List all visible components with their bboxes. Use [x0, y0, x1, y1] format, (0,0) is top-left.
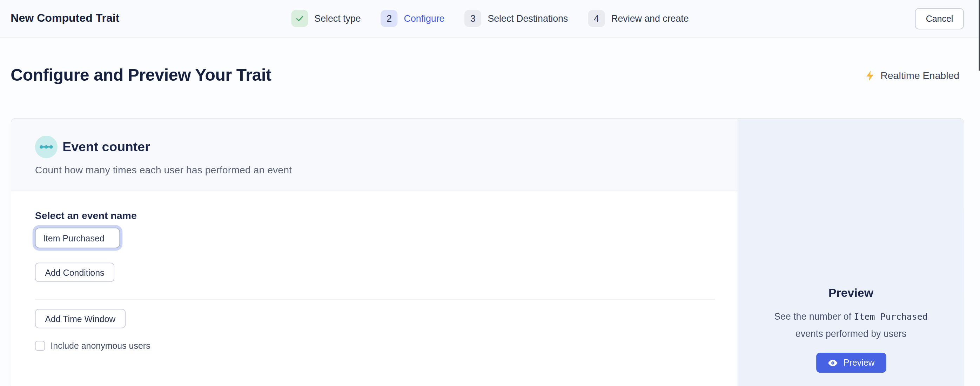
step-label: Configure	[404, 13, 445, 24]
step-review-create[interactable]: 4 Review and create	[588, 10, 689, 27]
preview-panel: Preview See the number of Item Purchased…	[738, 119, 964, 386]
trait-type-description: Count how many times each user has perfo…	[35, 164, 714, 176]
preview-title: Preview	[748, 286, 954, 300]
anonymous-users-row: Include anonymous users	[35, 341, 715, 351]
preview-button-label: Preview	[843, 357, 875, 368]
window-title: New Computed Trait	[11, 12, 119, 25]
add-conditions-button[interactable]: Add Conditions	[35, 263, 115, 282]
page-title: Configure and Preview Your Trait	[11, 65, 271, 85]
eye-icon	[827, 359, 838, 367]
check-icon	[295, 14, 304, 23]
event-name-input[interactable]: Item Purchased	[35, 228, 120, 249]
section-divider	[35, 299, 715, 300]
preview-description-suffix: events performed by users	[748, 325, 954, 342]
preview-event-name: Item Purchased	[854, 311, 928, 321]
step-select-type[interactable]: Select type	[291, 10, 361, 27]
scrollbar-edge	[978, 0, 980, 70]
event-name-label: Select an event name	[35, 210, 715, 222]
step-label: Select Destinations	[488, 13, 568, 24]
preview-description-prefix: See the number of	[774, 311, 854, 321]
step-number-badge: 2	[381, 10, 398, 27]
step-configure[interactable]: 2 Configure	[381, 10, 445, 27]
trait-type-title: Event counter	[62, 139, 150, 155]
configure-container: Event counter Count how many times each …	[11, 118, 964, 386]
preview-button[interactable]: Preview	[816, 353, 886, 373]
realtime-label: Realtime Enabled	[880, 70, 959, 81]
trait-card-body: Select an event name Item Purchased Add …	[11, 191, 738, 386]
realtime-status: Realtime Enabled	[864, 69, 959, 82]
event-counter-icon	[35, 136, 57, 158]
trait-card: Event counter Count how many times each …	[11, 119, 738, 386]
step-number-badge: 4	[588, 10, 605, 27]
preview-content: Preview See the number of Item Purchased…	[748, 286, 954, 373]
computed-trait-wizard: New Computed Trait Select type 2 Configu…	[0, 0, 980, 386]
step-done-badge	[291, 10, 308, 27]
step-label: Select type	[314, 13, 361, 24]
step-label: Review and create	[611, 13, 689, 24]
add-time-window-button[interactable]: Add Time Window	[35, 309, 126, 328]
cancel-button[interactable]: Cancel	[915, 8, 964, 29]
wizard-stepper: Select type 2 Configure 3 Select Destina…	[0, 10, 980, 27]
anonymous-users-checkbox[interactable]	[35, 341, 45, 351]
trait-type-header: Event counter Count how many times each …	[11, 119, 738, 191]
top-bar: New Computed Trait Select type 2 Configu…	[0, 0, 980, 38]
step-select-destinations[interactable]: 3 Select Destinations	[465, 10, 568, 27]
lightning-bolt-icon	[864, 69, 875, 82]
anonymous-users-label: Include anonymous users	[51, 341, 150, 351]
preview-description: See the number of Item Purchased events …	[748, 308, 954, 342]
step-number-badge: 3	[465, 10, 482, 27]
page-header: Configure and Preview Your Trait Realtim…	[11, 65, 959, 86]
